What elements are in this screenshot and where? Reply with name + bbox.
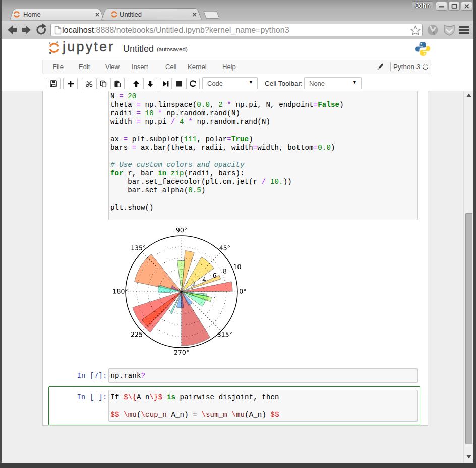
svg-text:Home: Home [23, 11, 41, 18]
svg-text:Untitled: Untitled [120, 11, 142, 18]
